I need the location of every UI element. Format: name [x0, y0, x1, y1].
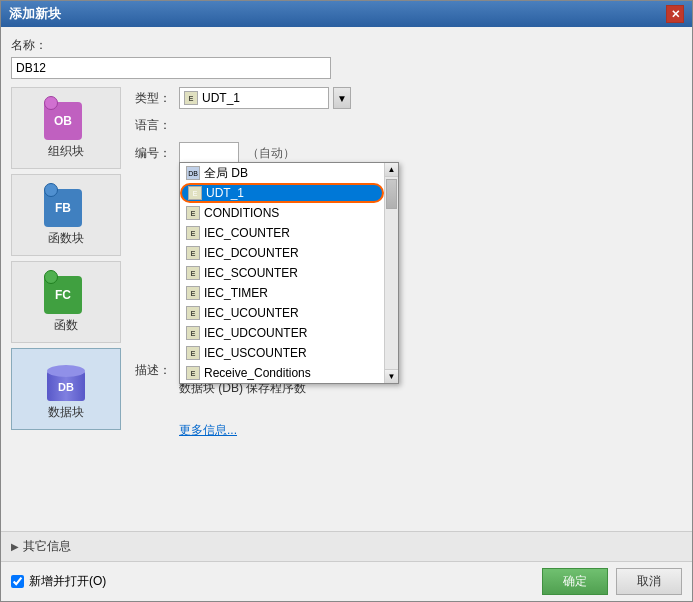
number-label: 编号： [131, 145, 171, 162]
auto-label: （自动） [247, 145, 295, 162]
dropdown-item-conditions[interactable]: E CONDITIONS [180, 203, 384, 223]
type-select-container: E UDT_1 ▼ [179, 87, 351, 109]
scrollbar-up-button[interactable]: ▲ [385, 163, 398, 177]
close-button[interactable]: ✕ [666, 5, 684, 23]
fc-label: 函数 [54, 317, 78, 334]
dropdown-item-iec-ucounter[interactable]: E IEC_UCOUNTER [180, 303, 384, 323]
expand-label: 其它信息 [23, 538, 71, 555]
dropdown-list: DB 全局 DB E UDT_1 E CONDITIONS [180, 163, 384, 383]
name-input[interactable] [11, 57, 331, 79]
dropdown-item-udt1[interactable]: E UDT_1 [180, 183, 384, 203]
dropdown-item-text: IEC_UCOUNTER [204, 306, 299, 320]
dropdown-item-text: CONDITIONS [204, 206, 279, 220]
new-open-checkbox[interactable] [11, 575, 24, 588]
fb-icon: FB [44, 183, 88, 227]
udt-icon-iec-counter: E [186, 226, 200, 240]
udt-icon-iec-dcounter: E [186, 246, 200, 260]
checkbox-row: 新增并打开(O) [11, 573, 106, 590]
dropdown-item-text: IEC_USCOUNTER [204, 346, 307, 360]
dropdown-item-iec-udcounter[interactable]: E IEC_UDCOUNTER [180, 323, 384, 343]
dropdown-item-text: 全局 DB [204, 165, 248, 182]
type-selected-text: UDT_1 [202, 91, 240, 105]
number-input[interactable] [179, 142, 239, 164]
dropdown-item-text: IEC_SCOUNTER [204, 266, 298, 280]
fc-icon: FC [44, 270, 88, 314]
block-type-panel: OB 组织块 FB 函数块 FC [11, 87, 121, 521]
type-dropdown: DB 全局 DB E UDT_1 E CONDITIONS [179, 162, 399, 384]
type-row: 类型： E UDT_1 ▼ [131, 87, 682, 109]
scrollbar-thumb[interactable] [386, 179, 397, 209]
scrollbar-track [385, 177, 398, 369]
ob-label: 组织块 [48, 143, 84, 160]
dropdown-item-receive-conditions[interactable]: E Receive_Conditions [180, 363, 384, 383]
dropdown-item-iec-dcounter[interactable]: E IEC_DCOUNTER [180, 243, 384, 263]
db-label: 数据块 [48, 404, 84, 421]
other-info-section: ▶ 其它信息 [1, 531, 692, 561]
block-fc[interactable]: FC 函数 [11, 261, 121, 343]
cancel-button[interactable]: 取消 [616, 568, 682, 595]
language-row: 语言： [131, 117, 682, 134]
udt-icon-iec-uscounter: E [186, 346, 200, 360]
udt-icon-iec-udcounter: E [186, 326, 200, 340]
more-info-section: 更多信息... [179, 414, 682, 439]
udt-icon-conditions: E [186, 206, 200, 220]
footer-buttons: 确定 取消 [542, 568, 682, 595]
confirm-button[interactable]: 确定 [542, 568, 608, 595]
name-label: 名称： [11, 37, 682, 54]
title-bar: 添加新块 ✕ [1, 1, 692, 27]
expand-row[interactable]: ▶ 其它信息 [11, 538, 682, 555]
type-dropdown-button[interactable]: ▼ [333, 87, 351, 109]
expand-icon: ▶ [11, 541, 19, 552]
fb-label: 函数块 [48, 230, 84, 247]
dropdown-scrollbar: ▲ ▼ [384, 163, 398, 383]
udt-icon-iec-ucounter: E [186, 306, 200, 320]
udt-icon-iec-timer: E [186, 286, 200, 300]
db-icon-visual: DB [44, 357, 88, 401]
dropdown-item-text: Receive_Conditions [204, 366, 311, 380]
scrollbar-down-button[interactable]: ▼ [385, 369, 398, 383]
dialog-title: 添加新块 [9, 5, 61, 23]
footer: 新增并打开(O) 确定 取消 [1, 561, 692, 601]
dropdown-scroll-area: DB 全局 DB E UDT_1 E CONDITIONS [180, 163, 398, 383]
db-type-icon: DB [186, 166, 200, 180]
dropdown-item-text: UDT_1 [206, 186, 244, 200]
more-info-link[interactable]: 更多信息... [179, 422, 237, 439]
dropdown-item-iec-timer[interactable]: E IEC_TIMER [180, 283, 384, 303]
udt-type-icon: E [188, 186, 202, 200]
right-panel: 类型： E UDT_1 ▼ 语言： 编号： [131, 87, 682, 521]
language-label: 语言： [131, 117, 171, 134]
udt-icon-iec-scounter: E [186, 266, 200, 280]
add-block-dialog: 添加新块 ✕ 名称： OB 组织块 [0, 0, 693, 602]
number-row: 编号： （自动） [131, 142, 682, 164]
dropdown-item-text: IEC_UDCOUNTER [204, 326, 307, 340]
dropdown-item-iec-uscounter[interactable]: E IEC_USCOUNTER [180, 343, 384, 363]
block-fb[interactable]: FB 函数块 [11, 174, 121, 256]
ob-icon: OB [44, 96, 88, 140]
new-open-label[interactable]: 新增并打开(O) [29, 573, 106, 590]
dropdown-item-globaldb[interactable]: DB 全局 DB [180, 163, 384, 183]
type-select-display[interactable]: E UDT_1 [179, 87, 329, 109]
dialog-body: 名称： OB 组织块 FB [1, 27, 692, 531]
type-label: 类型： [131, 90, 171, 107]
name-section: 名称： [11, 37, 682, 79]
dropdown-item-iec-scounter[interactable]: E IEC_SCOUNTER [180, 263, 384, 283]
block-ob[interactable]: OB 组织块 [11, 87, 121, 169]
dropdown-item-text: IEC_TIMER [204, 286, 268, 300]
main-content: OB 组织块 FB 函数块 FC [11, 87, 682, 521]
dropdown-item-text: IEC_DCOUNTER [204, 246, 299, 260]
dropdown-item-iec-counter[interactable]: E IEC_COUNTER [180, 223, 384, 243]
dropdown-item-text: IEC_COUNTER [204, 226, 290, 240]
block-db[interactable]: DB 数据块 [11, 348, 121, 430]
udt-icon-receive: E [186, 366, 200, 380]
desc-label: 描述： [131, 362, 171, 379]
